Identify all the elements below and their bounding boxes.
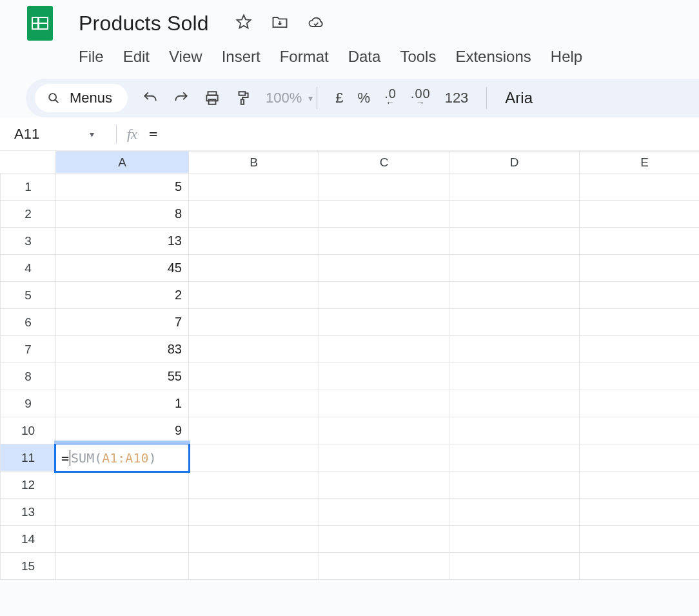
cell[interactable] <box>189 390 319 417</box>
cloud-status-icon[interactable] <box>307 13 325 34</box>
star-icon[interactable] <box>235 13 253 34</box>
cell[interactable] <box>580 336 700 363</box>
cell[interactable] <box>189 228 319 255</box>
menu-view[interactable]: View <box>169 48 202 66</box>
column-header-A[interactable]: A <box>56 152 189 174</box>
cell[interactable] <box>449 526 580 553</box>
cell[interactable] <box>319 444 449 472</box>
row-header[interactable]: 11 <box>1 444 56 472</box>
cell[interactable] <box>189 255 319 282</box>
paint-format-icon[interactable] <box>235 90 251 106</box>
cell[interactable] <box>189 336 319 363</box>
cell[interactable] <box>189 472 319 499</box>
cell[interactable] <box>449 444 580 472</box>
document-title[interactable]: Products Sold <box>79 12 209 35</box>
cell[interactable]: 13 <box>56 228 189 255</box>
cell[interactable] <box>56 499 189 526</box>
cell[interactable] <box>189 499 319 526</box>
cell[interactable] <box>189 363 319 390</box>
cell[interactable] <box>449 336 580 363</box>
column-header-D[interactable]: D <box>449 152 580 174</box>
cell[interactable] <box>189 553 319 580</box>
cell[interactable] <box>319 526 449 553</box>
cell[interactable] <box>580 417 700 444</box>
cell[interactable] <box>580 444 700 472</box>
cell[interactable] <box>319 336 449 363</box>
more-formats-button[interactable]: 123 <box>445 90 469 106</box>
cell[interactable] <box>580 526 700 553</box>
cell[interactable] <box>189 444 319 472</box>
column-header-C[interactable]: C <box>319 152 449 174</box>
column-header-B[interactable]: B <box>189 152 319 174</box>
cell[interactable] <box>319 174 449 201</box>
cell[interactable] <box>319 255 449 282</box>
menu-insert[interactable]: Insert <box>222 48 261 66</box>
menus-search[interactable]: Menus <box>35 84 128 112</box>
cell[interactable] <box>56 472 189 499</box>
active-cell-editor[interactable]: =SUM(A1:A10) <box>54 442 190 473</box>
cell[interactable] <box>319 390 449 417</box>
cell[interactable] <box>189 174 319 201</box>
cell[interactable]: 5 <box>56 174 189 201</box>
cell[interactable] <box>189 201 319 228</box>
cell[interactable] <box>189 417 319 444</box>
row-header[interactable]: 14 <box>1 526 56 553</box>
redo-icon[interactable] <box>173 90 190 106</box>
cell[interactable] <box>319 201 449 228</box>
menu-data[interactable]: Data <box>348 48 381 66</box>
row-header[interactable]: 1 <box>1 174 56 201</box>
cell[interactable] <box>580 255 700 282</box>
row-header[interactable]: 15 <box>1 553 56 580</box>
cell[interactable] <box>189 282 319 309</box>
row-header[interactable]: 13 <box>1 499 56 526</box>
name-box[interactable]: A11 ▾ <box>0 126 106 143</box>
cell[interactable]: 45 <box>56 255 189 282</box>
cell[interactable]: 1 <box>56 390 189 417</box>
menu-edit[interactable]: Edit <box>123 48 150 66</box>
cell[interactable]: 2 <box>56 282 189 309</box>
cell[interactable] <box>580 553 700 580</box>
cell[interactable] <box>580 472 700 499</box>
cell[interactable] <box>319 553 449 580</box>
sheets-logo[interactable] <box>27 6 53 41</box>
row-header[interactable]: 3 <box>1 228 56 255</box>
cell[interactable] <box>449 255 580 282</box>
row-header[interactable]: 7 <box>1 336 56 363</box>
print-icon[interactable] <box>204 90 221 106</box>
cell[interactable] <box>580 390 700 417</box>
select-all-corner[interactable] <box>1 152 56 174</box>
cell[interactable]: =SUM(A1:A10) <box>56 444 189 472</box>
menu-tools[interactable]: Tools <box>400 48 436 66</box>
cell[interactable] <box>319 309 449 336</box>
row-header[interactable]: 4 <box>1 255 56 282</box>
cell[interactable] <box>56 553 189 580</box>
menu-format[interactable]: Format <box>280 48 329 66</box>
cell[interactable] <box>580 499 700 526</box>
cell[interactable] <box>319 228 449 255</box>
row-header[interactable]: 8 <box>1 363 56 390</box>
cell[interactable] <box>580 174 700 201</box>
cell[interactable] <box>319 417 449 444</box>
cell[interactable] <box>449 282 580 309</box>
formula-input[interactable]: = <box>149 126 157 142</box>
cell[interactable] <box>449 499 580 526</box>
cell[interactable] <box>319 472 449 499</box>
cell[interactable]: 83 <box>56 336 189 363</box>
zoom-dropdown[interactable]: 100% ▾ <box>266 90 313 106</box>
decrease-decimal-button[interactable]: .0← <box>384 89 397 107</box>
cell[interactable]: 55 <box>56 363 189 390</box>
cell[interactable] <box>319 363 449 390</box>
increase-decimal-button[interactable]: .00→ <box>411 89 431 107</box>
cell[interactable] <box>449 472 580 499</box>
font-family-dropdown[interactable]: Aria <box>491 89 533 107</box>
cell[interactable] <box>449 174 580 201</box>
cell[interactable] <box>449 363 580 390</box>
cell[interactable] <box>319 282 449 309</box>
move-to-folder-icon[interactable] <box>271 13 289 34</box>
cell[interactable] <box>449 228 580 255</box>
cell[interactable] <box>580 309 700 336</box>
cell[interactable] <box>189 526 319 553</box>
column-header-E[interactable]: E <box>580 152 700 174</box>
cell[interactable] <box>580 228 700 255</box>
cell[interactable] <box>449 417 580 444</box>
